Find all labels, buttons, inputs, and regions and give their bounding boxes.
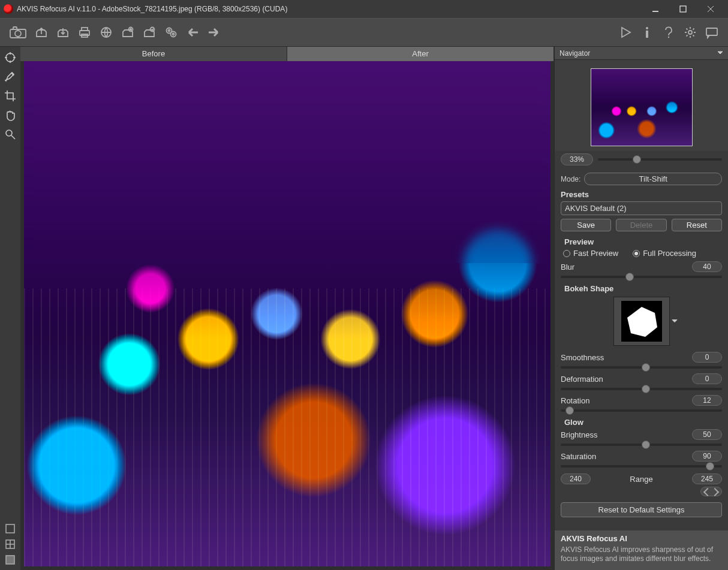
info-box: AKVIS Refocus AI AKVIS Refocus AI improv… xyxy=(555,530,728,570)
svg-rect-18 xyxy=(646,31,648,38)
open-file-button[interactable] xyxy=(31,22,52,43)
preview-image xyxy=(24,61,550,566)
run-button[interactable] xyxy=(615,22,636,43)
redo-button[interactable] xyxy=(204,22,224,43)
rotation-slider[interactable] xyxy=(561,409,722,412)
batch-open-button[interactable] xyxy=(118,22,138,43)
svg-point-19 xyxy=(668,37,669,38)
smoothness-value[interactable]: 0 xyxy=(692,352,722,363)
crop-tool[interactable] xyxy=(2,88,19,104)
deformation-param: Deformation0 xyxy=(555,372,728,394)
right-panel: Navigator 33% Mode: Tilt-Shift Presets A… xyxy=(554,47,728,570)
deformation-slider[interactable] xyxy=(561,388,722,390)
svg-point-22 xyxy=(6,53,14,62)
reset-default-button[interactable]: Reset to Default Settings xyxy=(561,502,722,517)
range-stepper[interactable] xyxy=(700,487,722,496)
navigator-thumbnail[interactable] xyxy=(591,68,693,146)
svg-point-16 xyxy=(173,34,175,35)
bokeh-label: Bokeh Shape xyxy=(555,282,728,294)
save-file-button[interactable] xyxy=(53,22,73,43)
svg-marker-29 xyxy=(627,307,657,337)
full-processing-radio[interactable]: Full Processing xyxy=(633,249,696,258)
mode-label: Mode: xyxy=(561,175,580,183)
svg-rect-24 xyxy=(6,524,14,533)
image-canvas[interactable] xyxy=(20,61,554,570)
range-label: Range xyxy=(595,475,687,484)
split-view-button[interactable] xyxy=(4,538,17,551)
presets-label: Presets xyxy=(555,188,728,200)
help-button[interactable] xyxy=(658,22,679,43)
smoothness-param: Smoothness0 xyxy=(555,351,728,372)
zoom-slider[interactable] xyxy=(598,158,722,161)
info-button[interactable] xyxy=(637,22,657,43)
blur-slider[interactable] xyxy=(561,276,722,278)
saturation-param: Saturation90 xyxy=(555,450,728,471)
batch-save-button[interactable] xyxy=(139,22,160,43)
svg-rect-21 xyxy=(706,28,717,35)
chevron-down-icon[interactable] xyxy=(717,47,723,60)
brush-tool[interactable] xyxy=(2,68,19,85)
navigator-header[interactable]: Navigator xyxy=(555,47,728,60)
brightness-slider[interactable] xyxy=(561,444,722,446)
blur-param: Blur40 xyxy=(555,260,728,282)
rotation-param: Rotation12 xyxy=(555,394,728,415)
preferences-button[interactable] xyxy=(680,22,700,43)
single-view-button[interactable] xyxy=(4,522,17,535)
top-toolbar xyxy=(0,18,728,47)
titlebar: AKVIS Refocus AI v.11.0 - AdobeStock_782… xyxy=(0,0,728,18)
range-high[interactable]: 245 xyxy=(692,474,722,484)
svg-point-17 xyxy=(646,27,648,29)
svg-point-20 xyxy=(688,31,692,34)
glow-label: Glow xyxy=(555,415,728,428)
fast-preview-radio[interactable]: Fast Preview xyxy=(563,249,618,258)
svg-point-14 xyxy=(171,32,176,37)
brightness-param: Brightness50 xyxy=(555,428,728,450)
focus-area-tool[interactable] xyxy=(2,49,19,66)
tab-before[interactable]: Before xyxy=(20,47,287,61)
preview-group-label: Preview xyxy=(555,235,728,248)
brightness-value[interactable]: 50 xyxy=(692,429,722,440)
export-button[interactable] xyxy=(96,22,116,43)
notifications-button[interactable] xyxy=(702,22,722,43)
range-low[interactable]: 240 xyxy=(561,474,591,484)
preset-reset-button[interactable]: Reset xyxy=(672,219,722,231)
smoothness-slider[interactable] xyxy=(561,366,722,369)
minimize-button[interactable] xyxy=(642,0,669,18)
canvas-area: Before After xyxy=(20,47,554,570)
info-desc: AKVIS Refocus AI improves sharpness of o… xyxy=(561,545,722,564)
svg-point-5 xyxy=(15,31,21,37)
close-button[interactable] xyxy=(697,0,724,18)
zoom-percent[interactable]: 33% xyxy=(561,153,593,165)
saturation-value[interactable]: 90 xyxy=(692,451,722,462)
camera-icon[interactable] xyxy=(6,22,30,43)
left-toolbar xyxy=(0,47,20,570)
rotation-value[interactable]: 12 xyxy=(692,395,722,406)
chevron-down-icon[interactable] xyxy=(672,317,678,326)
tab-after[interactable]: After xyxy=(287,47,554,61)
overlay-view-button[interactable] xyxy=(4,553,17,566)
mode-select[interactable]: Tilt-Shift xyxy=(584,173,722,185)
maximize-button[interactable] xyxy=(669,0,697,18)
deformation-value[interactable]: 0 xyxy=(692,373,722,384)
view-tabs: Before After xyxy=(20,47,554,61)
svg-rect-1 xyxy=(680,6,686,12)
hand-tool[interactable] xyxy=(2,107,19,123)
batch-settings-button[interactable] xyxy=(161,22,181,43)
svg-rect-28 xyxy=(6,556,14,564)
bokeh-shape-picker[interactable] xyxy=(613,297,670,346)
undo-button[interactable] xyxy=(182,22,203,43)
print-button[interactable] xyxy=(74,22,95,43)
info-title: AKVIS Refocus AI xyxy=(561,534,722,545)
zoom-tool[interactable] xyxy=(2,126,19,143)
blur-value[interactable]: 40 xyxy=(692,261,722,272)
preset-select[interactable]: AKVIS Default (2) xyxy=(561,201,722,215)
svg-rect-6 xyxy=(13,27,17,29)
navigator-label: Navigator xyxy=(559,47,590,60)
window-title: AKVIS Refocus AI v.11.0 - AdobeStock_782… xyxy=(17,5,287,13)
preset-save-button[interactable]: Save xyxy=(561,219,611,231)
saturation-slider[interactable] xyxy=(561,465,722,468)
svg-rect-8 xyxy=(82,28,88,31)
preset-delete-button: Delete xyxy=(616,219,666,231)
svg-point-23 xyxy=(6,130,12,136)
svg-point-15 xyxy=(169,30,170,32)
